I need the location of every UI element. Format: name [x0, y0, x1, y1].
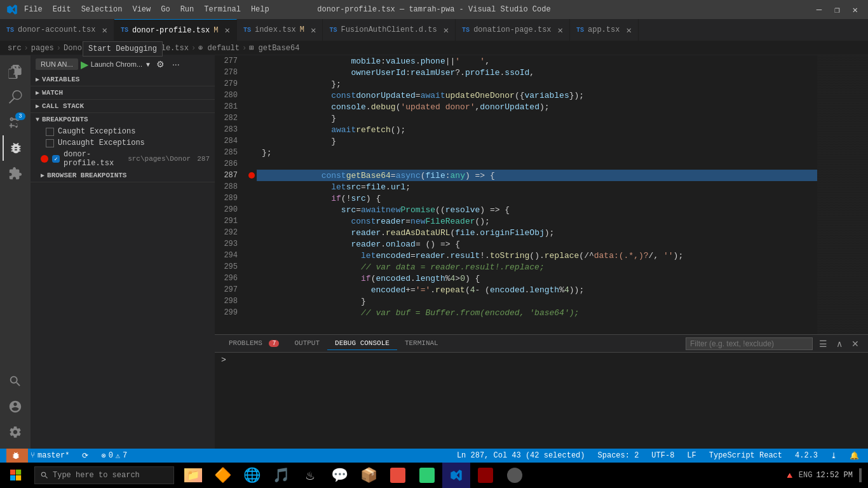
uncaught-exceptions-item[interactable]: Uncaught Exceptions: [31, 137, 215, 149]
donor-profile-breakpoint[interactable]: ✓ donor-profile.tsx src\pages\Donor 287: [31, 149, 215, 169]
variables-header[interactable]: ▶ VARIABLES: [31, 73, 215, 86]
window-controls[interactable]: — ❐ ✕: [813, 3, 862, 17]
callstack-header[interactable]: ▶ CALL STACK: [31, 100, 215, 112]
notifications-status[interactable]: 🔔: [847, 451, 862, 461]
eol-text: LF: [687, 451, 696, 460]
tab-app[interactable]: TS app.tsx ✕: [570, 19, 639, 41]
windows-start-button[interactable]: [0, 463, 32, 488]
close-button[interactable]: ✕: [849, 3, 862, 17]
caught-exceptions-checkbox[interactable]: [46, 128, 54, 136]
run-dropdown-button[interactable]: RUN AN...: [36, 58, 78, 70]
menu-selection[interactable]: Selection: [81, 5, 123, 14]
gutter-298: [247, 295, 257, 307]
ts-icon: TS: [576, 27, 584, 34]
taskbar-app-orange[interactable]: 🔶: [208, 463, 236, 488]
errors-status[interactable]: ⊗ 0 ⚠ 7: [98, 451, 130, 461]
activity-search[interactable]: [3, 85, 28, 110]
watch-header[interactable]: ▶ WATCH: [31, 86, 215, 99]
breadcrumb-function[interactable]: ⊞ getBase64: [249, 43, 299, 53]
status-left: ⑂ master* ⟳ ⊗ 0 ⚠ 7: [28, 451, 130, 461]
language-status[interactable]: TypeScript React: [707, 451, 785, 460]
sync-status[interactable]: ⟳: [79, 451, 91, 461]
prettier-status[interactable]: 4.2.3: [792, 451, 820, 460]
spaces-status[interactable]: Spaces: 2: [595, 451, 642, 460]
tab-donor-account[interactable]: TS donor-account.tsx ✕: [0, 19, 114, 41]
activity-source-control[interactable]: 3: [3, 110, 28, 135]
taskbar-clock[interactable]: 12:52 PM: [816, 471, 853, 480]
tab-index[interactable]: TS index.tsx M ✕: [237, 19, 323, 41]
menu-edit[interactable]: Edit: [53, 5, 71, 14]
taskbar-app-gray[interactable]: [501, 463, 529, 488]
tab-output[interactable]: OUTPUT: [287, 337, 327, 350]
tab-terminal[interactable]: TERMINAL: [397, 337, 446, 350]
tab-donation-page[interactable]: TS donation-page.tsx ✕: [456, 19, 570, 41]
menu-view[interactable]: View: [132, 5, 151, 14]
tab-close-icon[interactable]: ✕: [225, 25, 230, 36]
taskbar-app-chrome[interactable]: 🌐: [238, 463, 266, 488]
taskbar-app-green[interactable]: [413, 463, 441, 488]
menu-go[interactable]: Go: [161, 5, 170, 14]
taskbar-app-darkred[interactable]: [471, 463, 499, 488]
browser-breakpoints-header[interactable]: ▶ BROWSER BREAKPOINTS: [31, 169, 215, 182]
menu-run[interactable]: Run: [180, 5, 194, 14]
line-num-298: 298: [215, 295, 241, 307]
wrap-lines-button[interactable]: ☰: [817, 337, 830, 350]
caught-exceptions-item[interactable]: Caught Exceptions: [31, 126, 215, 137]
tab-debug-console[interactable]: DEBUG CONSOLE: [327, 337, 397, 350]
breadcrumb-src[interactable]: src: [8, 44, 22, 53]
tab-close-icon[interactable]: ✕: [558, 25, 563, 36]
launch-button[interactable]: ▶ Launch Chrom... ▼: [81, 58, 151, 71]
position-status[interactable]: Ln 287, Col 43 (42 selected): [454, 451, 588, 460]
collapse-panel-button[interactable]: ∧: [834, 337, 845, 350]
menu-file[interactable]: File: [24, 5, 43, 14]
activity-remote[interactable]: [3, 369, 28, 394]
menu-terminal[interactable]: Terminal: [204, 5, 241, 14]
breakpoints-section: ▼ BREAKPOINTS Caught Exceptions Uncaught…: [31, 113, 215, 182]
format-status[interactable]: ⤓: [828, 451, 839, 461]
encoding-status[interactable]: UTF-8: [649, 451, 677, 460]
breakpoint-checkbox[interactable]: ✓: [52, 155, 60, 163]
minimize-button[interactable]: —: [813, 3, 825, 17]
code-line-285: };: [257, 147, 817, 158]
gutter-299: [247, 307, 257, 318]
git-branch-status[interactable]: ⑂ master*: [28, 451, 72, 460]
breadcrumb-pages[interactable]: pages: [31, 44, 54, 53]
tab-close-icon[interactable]: ✕: [311, 25, 316, 36]
uncaught-exceptions-checkbox[interactable]: [46, 139, 54, 147]
taskbar-search-box[interactable]: Type here to search: [34, 466, 174, 484]
menu-bar[interactable]: File Edit Selection View Go Run Terminal…: [24, 5, 269, 14]
maximize-button[interactable]: ❐: [831, 3, 843, 17]
taskbar-app-spotify[interactable]: 🎵: [267, 463, 295, 488]
close-panel-button[interactable]: ✕: [849, 337, 862, 350]
filter-input[interactable]: [686, 337, 813, 350]
taskbar-show-desktop[interactable]: [859, 468, 862, 482]
code-content[interactable]: mobile: values.phone || ' ', ownerUserId…: [257, 55, 817, 334]
tab-close-icon[interactable]: ✕: [102, 25, 107, 36]
svg-rect-1: [16, 470, 21, 475]
eol-status[interactable]: LF: [684, 451, 698, 460]
taskbar-app-explorer[interactable]: 📁: [179, 463, 207, 488]
activity-settings[interactable]: [3, 419, 28, 445]
taskbar-app-red[interactable]: [384, 463, 412, 488]
tab-problems[interactable]: PROBLEMS 7: [221, 337, 287, 350]
breakpoints-header[interactable]: ▼ BREAKPOINTS: [31, 113, 215, 126]
tab-close-icon[interactable]: ✕: [444, 25, 449, 36]
tab-donor-profile[interactable]: TS donor-profile.tsx M ✕: [114, 19, 237, 41]
activity-debug[interactable]: [3, 135, 28, 161]
activity-extensions[interactable]: [3, 161, 28, 186]
debug-prompt[interactable]: >: [221, 355, 862, 365]
taskbar-notification-icon[interactable]: 🔺: [784, 470, 795, 481]
line-num-285: 285: [215, 147, 241, 158]
more-options-button[interactable]: ···: [170, 58, 182, 71]
tab-fusionauth[interactable]: TS FusionAuthClient.d.ts ✕: [323, 19, 456, 41]
taskbar-app-chat[interactable]: 💬: [325, 463, 353, 488]
taskbar-app-steam[interactable]: ♨: [296, 463, 324, 488]
tab-close-icon[interactable]: ✕: [626, 25, 631, 36]
activity-explorer[interactable]: [3, 59, 28, 85]
activity-account[interactable]: [3, 394, 28, 419]
taskbar-app-blue[interactable]: [442, 463, 470, 488]
breadcrumb-default[interactable]: ⊕ default: [198, 43, 240, 53]
settings-button[interactable]: ⚙: [154, 58, 167, 71]
menu-help[interactable]: Help: [251, 5, 269, 14]
taskbar-app-package[interactable]: 📦: [355, 463, 383, 488]
